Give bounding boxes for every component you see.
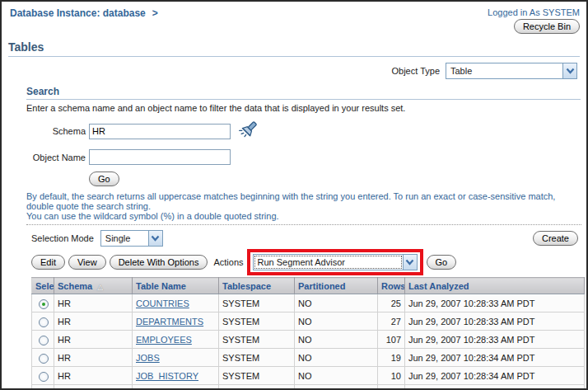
search-section: Search Enter a schema name and an object… [26,86,581,221]
cell-tablespace: SYSTEM [219,312,295,331]
search-hint-line1: By default, the search returns all upper… [26,191,581,211]
cell-partitioned: NO [295,385,378,390]
top-bar: Database Instance: database> Logged in A… [2,2,586,34]
object-type-select[interactable]: Table [446,63,577,79]
breadcrumb: Database Instance: database> [10,7,158,34]
cell-rows: 25 [378,294,405,312]
table-row: HRDEPARTMENTSSYSTEMNO27Jun 29, 2007 10:2… [32,312,585,331]
row-select-radio[interactable] [39,317,49,327]
cell-last-analyzed: Jun 29, 2007 10:28:34 AM PDT [405,385,585,390]
breadcrumb-link[interactable]: Database Instance: database [10,7,146,19]
cell-last-analyzed: Jun 29, 2007 10:28:33 AM PDT [405,294,585,312]
selection-mode-select[interactable]: Single [100,230,163,247]
top-right-area: Logged in As SYSTEM Recycle Bin [488,7,580,34]
search-instructions: Enter a schema name and an object name t… [26,103,581,113]
cell-schema: HR [54,367,133,385]
cell-rows: 19 [378,349,405,367]
cell-partitioned: NO [295,312,378,331]
cell-table-name: EMPLOYEES [133,331,219,349]
cell-last-analyzed: Jun 29, 2007 10:28:34 AM PDT [405,367,585,385]
row-select-cell [32,312,54,331]
actions-selected-value: Run Segment Advisor [254,255,403,270]
cell-partitioned: NO [295,331,378,349]
object-type-row: Object Type Table [2,63,577,79]
col-header-tablespace[interactable]: Tablespace [219,278,295,294]
search-go-button[interactable]: Go [89,172,119,186]
col-header-partitioned[interactable]: Partitioned [295,278,378,294]
table-name-link[interactable]: COUNTRIES [136,298,189,308]
edit-button[interactable]: Edit [31,255,65,270]
table-row: HRCOUNTRIESSYSTEMNO25Jun 29, 2007 10:28:… [32,294,585,312]
row-select-radio[interactable] [39,336,49,345]
col-header-table-name[interactable]: Table Name [133,278,219,294]
col-header-schema[interactable]: Schema△ [54,278,133,294]
selection-mode-row: Selection Mode Single Create [31,230,578,247]
row-select-cell [32,331,54,349]
chevron-down-icon[interactable] [403,255,417,270]
cell-rows: 27 [378,312,405,331]
tables-results-table: Select Schema△ Table Name Tablespace Par… [31,277,585,390]
object-name-input[interactable] [89,149,231,165]
row-select-radio[interactable] [39,372,49,382]
results-toolbar: Edit View Delete With Options Actions Ru… [31,249,578,275]
flashlight-search-icon[interactable] [237,120,259,143]
recycle-bin-button[interactable]: Recycle Bin [514,19,580,34]
schema-input[interactable] [89,124,231,139]
selection-mode-label: Selection Mode [31,233,94,243]
table-row: HREMPLOYEESSYSTEMNO107Jun 29, 2007 10:28… [32,331,585,349]
cell-partitioned: NO [295,294,378,312]
delete-with-options-button[interactable]: Delete With Options [110,255,208,270]
actions-label: Actions [213,257,243,267]
page-title: Tables [8,40,580,54]
search-go-row: Go [89,172,581,186]
dotted-divider [26,224,581,225]
view-button[interactable]: View [68,255,106,270]
cell-last-analyzed: Jun 29, 2007 10:28:33 AM PDT [405,312,585,331]
cell-schema: HR [54,349,133,367]
table-name-link[interactable]: DEPARTMENTS [136,317,203,327]
create-button[interactable]: Create [533,231,578,246]
row-select-cell [32,367,54,385]
cell-last-analyzed: Jun 29, 2007 10:28:34 AM PDT [405,349,585,367]
breadcrumb-arrow-icon: > [152,7,158,19]
cell-rows: 23 [378,385,405,390]
col-header-last-analyzed[interactable]: Last Analyzed [405,278,585,294]
actions-go-button[interactable]: Go [427,255,457,270]
row-select-radio[interactable] [39,354,49,364]
table-name-link[interactable]: EMPLOYEES [136,335,192,345]
cell-schema: HR [54,312,133,331]
object-type-label: Object Type [392,66,441,76]
search-hint: By default, the search returns all upper… [26,191,581,221]
oracle-em-tables-page: Database Instance: database> Logged in A… [0,0,588,390]
search-hint-line2: You can use the wildcard symbol (%) in a… [26,211,581,221]
schema-row: Schema [26,120,581,143]
cell-table-name: JOB_HISTORY [133,367,219,385]
col-header-select[interactable]: Select [32,278,54,294]
chevron-down-icon[interactable] [148,231,162,246]
table-row: HRJOBSSYSTEMNO19Jun 29, 2007 10:28:34 AM… [32,349,585,367]
row-select-radio[interactable] [39,299,49,309]
chevron-down-icon[interactable] [562,63,576,78]
logged-in-text: Logged in As SYSTEM [488,7,580,17]
row-select-cell [32,294,54,312]
cell-partitioned: NO [295,367,378,385]
title-divider [8,56,580,57]
cell-table-name: DEPARTMENTS [133,312,219,331]
cell-schema: HR [54,294,133,312]
object-name-row: Object Name [26,149,581,165]
sort-ascending-icon[interactable]: △ [97,283,103,291]
cell-partitioned: NO [295,349,378,367]
search-section-title: Search [26,86,581,100]
cell-schema: HR [54,385,133,390]
table-row: HRLOCATIONSSYSTEMNO23Jun 29, 2007 10:28:… [32,385,585,390]
actions-select[interactable]: Run Segment Advisor [253,254,418,270]
cell-tablespace: SYSTEM [219,294,295,312]
cell-tablespace: SYSTEM [219,385,295,390]
table-name-link[interactable]: JOBS [136,353,160,363]
cell-table-name: COUNTRIES [133,294,219,312]
table-row: HRJOB_HISTORYSYSTEMNO10Jun 29, 2007 10:2… [32,367,585,385]
table-name-link[interactable]: JOB_HISTORY [136,371,198,381]
col-header-rows[interactable]: Rows [378,278,405,294]
selection-mode-value: Single [101,231,148,246]
cell-table-name: JOBS [133,349,219,367]
